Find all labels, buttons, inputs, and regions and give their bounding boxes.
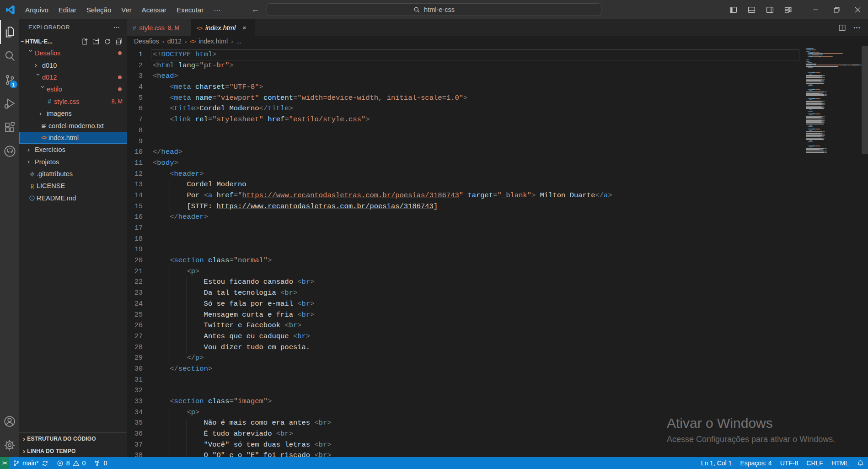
line-content: Estou ficando cansado <br>	[153, 277, 315, 288]
title-bar: ArquivoEditarSeleçãoVerAcessarExecutar··…	[0, 0, 868, 19]
back-arrow-icon[interactable]: ←	[251, 5, 260, 15]
activity-bar: 1	[0, 19, 19, 457]
command-center-search[interactable]: html-e-css	[267, 3, 601, 16]
notifications-bell-icon[interactable]	[853, 457, 868, 469]
panel-estrutura-do-c-digo[interactable]: ›ESTRUTURA DO CÓDIGO	[19, 432, 127, 445]
status-html[interactable]: HTML	[827, 457, 853, 469]
explorer-item-exerc-cios[interactable]: ›Exercícios	[19, 144, 127, 156]
line-content: Da tal tecnologia <br>	[153, 288, 297, 299]
ports-status[interactable]: 0	[90, 457, 111, 469]
search-view-icon[interactable]	[0, 44, 19, 68]
remote-indicator[interactable]: ><	[0, 457, 9, 469]
minimize-button[interactable]	[805, 0, 826, 19]
code-editor[interactable]: 1<!DOCTYPE html>2<html lang="pt-br">3<he…	[127, 46, 868, 457]
file-label: imagens	[47, 110, 72, 117]
status-utf-8[interactable]: UTF-8	[776, 457, 803, 469]
run-debug-view-icon[interactable]	[0, 92, 19, 115]
close-window-button[interactable]	[847, 0, 868, 19]
restore-button[interactable]	[826, 0, 847, 19]
warning-icon	[73, 460, 80, 467]
line-content: <html lang="pt-br">	[153, 60, 234, 71]
menu-item-[interactable]: ···	[209, 4, 225, 16]
explorer-item-d010[interactable]: ›d010	[19, 59, 127, 71]
editor-scrollbar[interactable]	[862, 46, 868, 154]
status-crlf[interactable]: CRLF	[802, 457, 827, 469]
line-content: <meta charset="UTF-8">	[153, 82, 263, 93]
chevron-down-icon: ›	[39, 86, 47, 93]
explorer-item-estilo[interactable]: ›estilo	[19, 83, 127, 95]
explorer-item-.gitattributes[interactable]: .gitattributes	[19, 168, 127, 180]
workspace-root-row[interactable]: › HTML-E...	[19, 36, 127, 47]
code-line-31: 31	[127, 375, 868, 386]
git-branch-status[interactable]: main*	[9, 457, 53, 469]
line-number: 30	[127, 364, 143, 375]
toggle-panel-icon[interactable]	[745, 3, 758, 16]
indent-guide	[153, 407, 153, 418]
breadcrumb-tail[interactable]: ...	[236, 38, 241, 45]
explorer-item-readme.md[interactable]: README.md	[19, 192, 127, 204]
minimap-line	[806, 133, 861, 134]
toggle-sidebar-icon[interactable]	[726, 3, 740, 16]
explorer-item-projetos[interactable]: ›Projetos	[19, 156, 127, 168]
file-label: index.html	[48, 134, 79, 141]
toggle-secondary-sidebar-icon[interactable]	[763, 3, 777, 16]
explorer-title: EXPLORADOR	[28, 24, 70, 31]
breadcrumb-segment[interactable]: Desafios	[134, 38, 159, 45]
tab-index.html[interactable]: <>index.html×	[191, 19, 255, 36]
explorer-item-desafios[interactable]: ›Desafios	[19, 47, 127, 59]
account-icon[interactable]	[0, 410, 19, 433]
status-ln-1--col-1[interactable]: Ln 1, Col 1	[697, 457, 736, 469]
minimap-line	[806, 135, 861, 136]
close-tab-icon[interactable]: ×	[242, 24, 246, 32]
breadcrumb-file[interactable]: index.html	[198, 38, 228, 45]
settings-gear-icon[interactable]	[0, 433, 19, 457]
minimap-line	[806, 52, 861, 53]
menu-item-arquivo[interactable]: Arquivo	[20, 4, 54, 16]
explorer-more-icon[interactable]: ···	[113, 24, 120, 31]
line-number: 29	[127, 353, 143, 364]
chevron-right-icon: ›	[23, 435, 25, 442]
minimap[interactable]	[806, 48, 861, 153]
menu-item-acessar[interactable]: Acessar	[137, 4, 171, 16]
line-number: 37	[127, 440, 143, 451]
tab-style.css[interactable]: #style.css8, M	[127, 19, 191, 36]
line-content: </head>	[153, 147, 182, 158]
github-view-icon[interactable]	[0, 139, 19, 163]
menu-item-seleo[interactable]: Seleção	[81, 4, 116, 16]
minimap-line	[806, 98, 861, 99]
explorer-item-cordel-moderno.txt[interactable]: cordel-moderno.txt	[19, 119, 127, 131]
collapse-all-icon[interactable]	[115, 38, 123, 45]
breadcrumb-segment[interactable]: d012	[167, 38, 182, 45]
split-editor-icon[interactable]	[838, 24, 846, 32]
minimap-line	[806, 76, 861, 77]
customize-layout-icon[interactable]	[781, 3, 795, 16]
line-number: 1	[127, 49, 143, 60]
explorer-item-d012[interactable]: ›d012	[19, 71, 127, 83]
code-line-6: 6 <title>Cordel Moderno</title>	[127, 103, 868, 114]
panel-linha-do-tempo[interactable]: ›LINHA DO TEMPO	[19, 445, 127, 457]
indent-guide	[170, 331, 170, 342]
new-file-icon[interactable]	[81, 38, 88, 45]
problems-status[interactable]: 8 0	[53, 457, 90, 469]
status-espa-os--4[interactable]: Espaços: 4	[736, 457, 776, 469]
menu-item-editar[interactable]: Editar	[54, 4, 81, 16]
new-folder-icon[interactable]	[92, 38, 100, 45]
explorer-item-index.html[interactable]: <>index.html	[19, 132, 127, 144]
explorer-item-imagens[interactable]: ›imagens	[19, 108, 127, 119]
txt-file-icon	[39, 123, 48, 129]
indent-guide	[170, 277, 170, 288]
refresh-icon[interactable]	[104, 38, 111, 45]
editor-more-actions-icon[interactable]: ···	[853, 24, 861, 32]
source-control-view-icon[interactable]: 1	[0, 68, 19, 92]
explorer-item-style.css[interactable]: #style.css8, M	[19, 96, 127, 108]
extensions-view-icon[interactable]	[0, 115, 19, 139]
indent-guide	[153, 82, 153, 93]
indent-guide	[170, 342, 170, 353]
menu-item-executar[interactable]: Executar	[171, 4, 209, 16]
indent-guide	[153, 440, 153, 451]
vscode-window: ArquivoEditarSeleçãoVerAcessarExecutar··…	[0, 0, 868, 469]
line-content: <header>	[153, 169, 204, 180]
explorer-item-license[interactable]: LICENSE	[19, 180, 127, 192]
explorer-view-icon[interactable]	[0, 20, 19, 44]
menu-item-ver[interactable]: Ver	[116, 4, 137, 16]
